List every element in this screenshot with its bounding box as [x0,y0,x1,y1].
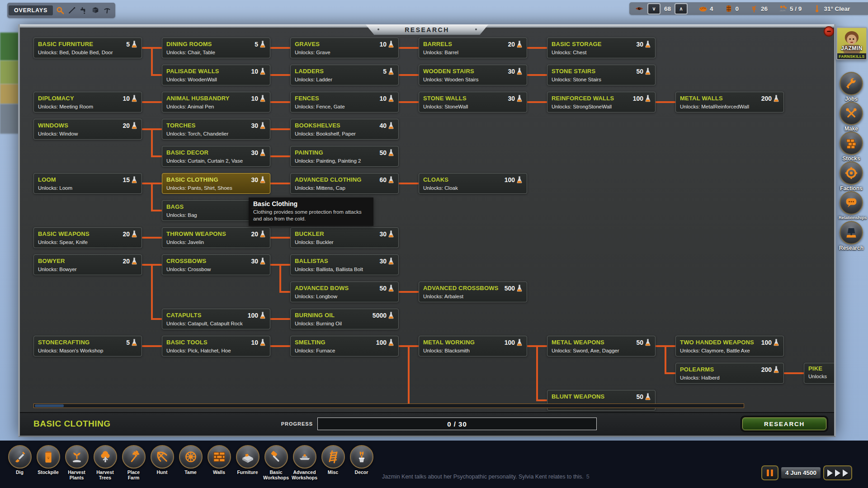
magnifier-icon[interactable] [55,5,66,16]
research-node-ballistas[interactable]: BALLISTAS 30 Unlocks: Ballista, Ballista… [290,254,399,275]
research-node-reinforced-walls[interactable]: REINFORCED WALLS 100 Unlocks: StrongSton… [547,92,656,113]
research-node-graves[interactable]: GRAVES 10 Unlocks: Grave [290,38,399,58]
furniture-button[interactable] [236,445,259,469]
research-button[interactable]: RESEARCH [742,418,826,430]
research-node-stone-stairs[interactable]: STONE STAIRS 50 Unlocks: Stone Stairs [547,65,656,85]
research-node-painting[interactable]: PAINTING 50 Unlocks: Painting, Painting … [290,146,399,167]
research-node-basic-clothing[interactable]: BASIC CLOTHING 30 Unlocks: Pants, Shirt,… [162,173,270,194]
jobs-button[interactable] [840,72,863,95]
research-node-thrown-weapons[interactable]: THROWN WEAPONS 20 Unlocks: Javelin [162,227,270,248]
research-node-stone-walls[interactable]: STONE WALLS 30 Unlocks: StoneWall [419,92,527,113]
toolbar-item-place-farm[interactable]: PlaceFarm [119,445,148,480]
research-node-torches[interactable]: TORCHES 30 Unlocks: Torch, Chandelier [162,119,270,140]
toolbar-item-advanced-workshops[interactable]: AdvancedWorkshops [290,445,319,480]
research-node-barrels[interactable]: BARRELS 20 Unlocks: Barrel [419,38,527,58]
node-title: BASIC WEAPONS [38,231,90,238]
toolbar-item-decor[interactable]: Decor [347,445,376,480]
research-node-burning-oil[interactable]: BURNING OIL 5000 Unlocks: Burning Oil [290,309,399,329]
hunt-button[interactable] [151,445,174,469]
relationships-button[interactable] [840,191,863,215]
sidebar-item-jobs[interactable]: Jobs [839,72,864,102]
overlays-button[interactable]: OVERLAYS [9,5,53,15]
basic-workshops-button[interactable] [264,445,288,469]
tame-button[interactable] [179,445,203,469]
line-overlay-icon[interactable] [66,5,77,16]
toolbar-item-harvest-trees[interactable]: HarvestTrees [91,445,119,480]
stocks-button[interactable] [840,131,863,155]
level-up-button[interactable]: ∧ [675,3,688,14]
research-node-loom[interactable]: LOOM 15 Unlocks: Loom [33,173,142,194]
walls-button[interactable] [208,445,231,469]
toolbar-item-misc[interactable]: Misc [319,445,347,480]
research-node-cloaks[interactable]: CLOAKS 100 Unlocks: Cloak [419,173,527,194]
play-speed-2-button[interactable] [835,469,840,477]
toolbar-item-tame[interactable]: Tame [176,445,205,480]
research-node-crossbows[interactable]: CROSSBOWS 30 Unlocks: Crossbow [162,254,270,275]
toolbar-item-dig[interactable]: Dig [5,445,34,480]
tree-scroll-thumb[interactable] [35,404,64,407]
research-node-bowyer[interactable]: BOWYER 20 Unlocks: Bowyer [33,254,142,275]
toolbar-item-hunt[interactable]: Hunt [148,445,176,480]
research-node-pike[interactable]: PIKE Unlocks [804,363,836,384]
research-node-wooden-stairs[interactable]: WOODEN STAIRS 30 Unlocks: Wooden Stairs [419,65,527,85]
place-farm-button[interactable] [122,445,146,469]
misc-button[interactable] [321,445,345,469]
sidebar-item-research[interactable]: Research [839,221,864,251]
stockpile-button[interactable] [37,445,60,469]
pause-button[interactable] [761,465,778,480]
water-overlay-icon[interactable] [78,5,89,16]
dig-button[interactable] [8,445,32,469]
research-node-palisade-walls[interactable]: PALISADE WALLS 10 Unlocks: WoodenWall [162,65,270,85]
research-node-basic-tools[interactable]: BASIC TOOLS 10 Unlocks: Pick, Hatchet, H… [162,336,270,357]
research-node-metal-walls[interactable]: METAL WALLS 200 Unlocks: MetalReinforced… [675,92,784,113]
research-node-diplomacy[interactable]: DIPLOMACY 10 Unlocks: Meeting Room [33,92,142,113]
research-node-buckler[interactable]: BUCKLER 30 Unlocks: Buckler [290,227,399,248]
research-node-basic-furniture[interactable]: BASIC FURNITURE 5 Unlocks: Bed, Double B… [33,38,142,58]
harvest-trees-button[interactable] [94,445,117,469]
research-node-metal-working[interactable]: METAL WORKING 100 Unlocks: Blacksmith [419,336,527,357]
level-down-button[interactable]: ∨ [647,3,660,14]
make-item-button[interactable] [840,102,863,125]
research-node-fences[interactable]: FENCES 10 Unlocks: Fence, Gate [290,92,399,113]
decor-button[interactable] [350,445,373,469]
toolbar-item-walls[interactable]: Walls [205,445,233,480]
research-node-dining-rooms[interactable]: DINING ROOMS 5 Unlocks: Chair, Table [162,38,270,58]
sidebar-item-relationships[interactable]: Relationships [839,191,864,220]
play-speed-1-button[interactable] [827,469,833,477]
factions-button[interactable] [840,161,863,185]
close-panel-button[interactable] [824,26,834,37]
research-node-stonecrafting[interactable]: STONECRAFTING 5 Unlocks: Mason's Worksho… [33,336,142,357]
research-node-advanced-crossbows[interactable]: ADVANCED CROSSBOWS 500 Unlocks: Arbalest [419,282,527,302]
play-speed-3-button[interactable] [843,469,848,477]
sidebar-item-stocks[interactable]: Stocks [839,131,864,162]
research-node-basic-weapons[interactable]: BASIC WEAPONS 20 Unlocks: Spear, Knife [33,227,142,248]
toolbar-item-basic-workshops[interactable]: BasicWorkshops [262,445,290,480]
research-node-catapults[interactable]: CATAPULTS 100 Unlocks: Catapult, Catapul… [162,309,270,329]
node-title: BURNING OIL [295,312,335,319]
toolbar-item-harvest-plants[interactable]: HarvestPlants [62,445,91,480]
research-node-bookshelves[interactable]: BOOKSHELVES 40 Unlocks: Bookshelf, Paper [290,119,399,140]
research-node-advanced-bows[interactable]: ADVANCED BOWS 50 Unlocks: Longbow [290,282,399,302]
advanced-workshops-button[interactable] [293,445,316,469]
tree-scrollbar[interactable] [33,404,744,408]
research-node-two-handed-weapons[interactable]: TWO HANDED WEAPONS 100 Unlocks: Claymore… [675,336,784,357]
research-node-metal-weapons[interactable]: METAL WEAPONS 50 Unlocks: Sword, Axe, Da… [547,336,656,357]
research-node-ladders[interactable]: LADDERS 5 Unlocks: Ladder [290,65,399,85]
research-node-windows[interactable]: WINDOWS 20 Unlocks: Window [33,119,142,140]
research-node-advanced-clothing[interactable]: ADVANCED CLOTHING 60 Unlocks: Mittens, C… [290,173,399,194]
sidebar-item-factions[interactable]: Factions [839,161,864,192]
research-button[interactable] [840,221,863,244]
research-node-smelting[interactable]: SMELTING 100 Unlocks: Furnace [290,336,399,357]
harvest-plants-button[interactable] [65,445,89,469]
research-node-polearms[interactable]: POLEARMS 200 Unlocks: Halberd [675,363,784,384]
research-node-animal-husbandry[interactable]: ANIMAL HUSBANDRY 10 Unlocks: Animal Pen [162,92,270,113]
event-log[interactable]: Jazmin Kent talks about her Psychopathic… [382,474,590,480]
toolbar-item-stockpile[interactable]: Stockpile [34,445,62,480]
node-cost: 10 [251,67,266,75]
research-node-basic-decor[interactable]: BASIC DECOR 30 Unlocks: Curtain, Curtain… [162,146,270,167]
research-node-basic-storage[interactable]: BASIC STORAGE 30 Unlocks: Chest [547,38,656,58]
toolbar-item-furniture[interactable]: Furniture [233,445,262,480]
mining-overlay-icon[interactable] [102,5,113,16]
storage-overlay-icon[interactable] [90,5,101,16]
colonist-portrait[interactable]: JAZMIN FARNSKILLS [836,27,867,60]
